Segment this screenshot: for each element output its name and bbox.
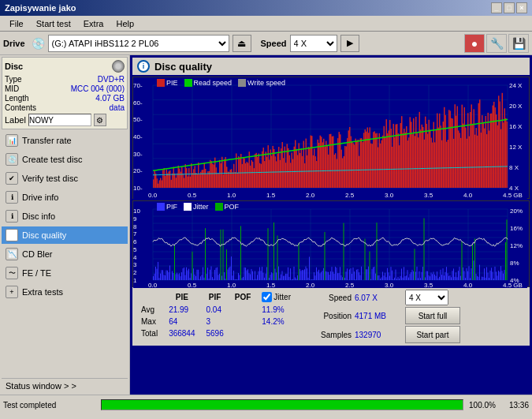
avg-pif: 0.04 — [202, 305, 229, 315]
nav-extra-tests[interactable]: + Extra tests — [2, 283, 128, 301]
chart-lower: PIF Jitter POF — [132, 200, 530, 287]
speed-select[interactable]: 4 X 8 X — [290, 35, 337, 52]
disc-info-icon: ℹ — [6, 210, 18, 223]
legend-pif-label: PIF — [166, 203, 177, 211]
sidebar: Disc Type DVD+R MID MCC 004 (000) Length… — [0, 55, 130, 395]
type-value: DVD+R — [98, 75, 125, 84]
progress-bar-container — [101, 399, 463, 410]
title-text: Zapisywanie jako — [5, 3, 76, 13]
maximize-button[interactable]: □ — [504, 2, 515, 13]
nav-drive-info-label: Drive info — [22, 193, 58, 202]
verify-test-disc-icon: ✔ — [6, 172, 18, 185]
avg-pie: 21.99 — [164, 305, 199, 315]
length-value: 4.07 GB — [95, 94, 125, 103]
nav-disc-quality[interactable]: ◎ Disc quality — [2, 226, 128, 244]
title-bar-buttons: _ □ × — [491, 2, 527, 13]
position-label: Position — [308, 312, 352, 320]
menu-start-test[interactable]: Start test — [30, 17, 77, 30]
nav-transfer-rate[interactable]: 📊 Transfer rate — [2, 132, 128, 149]
content-area: i Disc quality PIE Read speed Write spee… — [130, 55, 532, 395]
toolbar-icon-3[interactable]: 💾 — [508, 34, 529, 53]
status-window-label: Status window > > — [6, 381, 76, 391]
disc-section: Disc Type DVD+R MID MCC 004 (000) Length… — [2, 57, 128, 129]
stats-table: PIE PIF POF Jitter Avg 21.99 0.04 — [135, 290, 297, 340]
speed-apply-button[interactable]: ▶ — [340, 35, 359, 52]
nav-fe-te[interactable]: 〜 FE / TE — [2, 264, 128, 282]
menu-help[interactable]: Help — [110, 17, 140, 30]
mid-label: MID — [5, 84, 19, 93]
eject-button[interactable]: ⏏ — [233, 35, 251, 52]
menu-extra[interactable]: Extra — [77, 17, 110, 30]
toolbar-icon-1[interactable]: ● — [464, 34, 485, 53]
minimize-button[interactable]: _ — [491, 2, 502, 13]
main-layout: Disc Type DVD+R MID MCC 004 (000) Length… — [0, 55, 532, 395]
menu-file[interactable]: File — [3, 17, 30, 30]
close-button[interactable]: × — [516, 2, 527, 13]
chart-upper: PIE Read speed Write speed — [132, 77, 530, 199]
status-window[interactable]: Status window > > — [2, 378, 128, 393]
progress-bar-fill — [102, 400, 463, 410]
disc-mid-row: MID MCC 004 (000) — [5, 84, 125, 93]
quality-title: Disc quality — [154, 61, 212, 73]
upper-legend: PIE Read speed Write speed — [157, 79, 285, 87]
legend-pof-label: POF — [225, 203, 240, 211]
nav-disc-info[interactable]: ℹ Disc info — [2, 208, 128, 225]
label-input[interactable] — [28, 114, 91, 126]
toolbar-icon-2[interactable]: 🔧 — [486, 34, 507, 53]
drive-info-icon: ℹ — [6, 191, 18, 204]
avg-jitter: 11.9% — [257, 305, 296, 315]
max-pof — [230, 316, 256, 327]
label-icon-button[interactable]: ⚙ — [94, 114, 106, 126]
header-pie: PIE — [164, 291, 199, 303]
drive-select[interactable]: (G:) ATAPI iHBS112 2 PL06 — [48, 35, 229, 52]
disc-length-row: Length 4.07 GB — [5, 94, 125, 103]
disc-type-row: Type DVD+R — [5, 75, 125, 84]
legend-read-speed-label: Read speed — [194, 79, 233, 87]
total-label: Total — [136, 328, 162, 339]
legend-pie-label: PIE — [166, 79, 178, 87]
max-pie: 64 — [164, 316, 199, 327]
nav-fe-te-label: FE / TE — [22, 268, 51, 278]
jitter-checkbox-row: Jitter — [262, 292, 291, 302]
samples-label: Samples — [308, 331, 352, 339]
stats-area: PIE PIF POF Jitter Avg 21.99 0.04 — [132, 287, 530, 346]
nav-cd-bler[interactable]: 📉 CD Bler — [2, 245, 128, 263]
length-label: Length — [5, 94, 29, 103]
nav-create-test-disc[interactable]: 💿 Create test disc — [2, 151, 128, 168]
samples-value: 132970 — [355, 331, 402, 339]
max-jitter: 14.2% — [257, 316, 296, 327]
legend-jitter: Jitter — [184, 203, 209, 211]
nav-drive-info[interactable]: ℹ Drive info — [2, 189, 128, 206]
quality-header: i Disc quality — [132, 58, 530, 75]
legend-pof: POF — [215, 203, 240, 211]
transfer-rate-icon: 📊 — [6, 134, 18, 147]
avg-pof — [230, 305, 256, 315]
lower-legend: PIF Jitter POF — [157, 203, 239, 211]
start-part-button[interactable]: Start part — [405, 326, 460, 343]
nav-verify-test-disc[interactable]: ✔ Verify test disc — [2, 170, 128, 187]
header-pif: PIF — [202, 291, 229, 303]
nav-cd-bler-label: CD Bler — [22, 249, 53, 259]
samples-row: Samples 132970 Start part — [308, 326, 460, 343]
jitter-checkbox[interactable] — [262, 292, 272, 302]
legend-read-speed: Read speed — [184, 79, 233, 87]
header-pof: POF — [230, 291, 256, 303]
label-label: Label — [5, 115, 26, 125]
nav-create-test-disc-label: Create test disc — [22, 155, 82, 164]
menu-bar: File Start test Extra Help — [0, 16, 532, 32]
extra-tests-icon: + — [6, 286, 18, 298]
start-full-button[interactable]: Start full — [405, 307, 460, 324]
legend-pif: PIF — [157, 203, 177, 211]
disc-quality-icon: ◎ — [6, 229, 18, 241]
position-value: 4171 MB — [355, 312, 402, 320]
speed-row: Speed 6.07 X 4 X — [308, 290, 460, 305]
drive-icon: 💿 — [32, 37, 45, 50]
nav-extra-tests-label: Extra tests — [22, 287, 63, 297]
drive-label: Drive — [3, 39, 25, 48]
total-pof — [230, 328, 256, 339]
speed-label: Speed — [261, 39, 287, 48]
legend-write-speed: Write speed — [238, 79, 285, 87]
avg-label: Avg — [136, 305, 162, 315]
legend-jitter-label: Jitter — [193, 203, 209, 211]
speed-stat-select[interactable]: 4 X — [405, 290, 448, 305]
